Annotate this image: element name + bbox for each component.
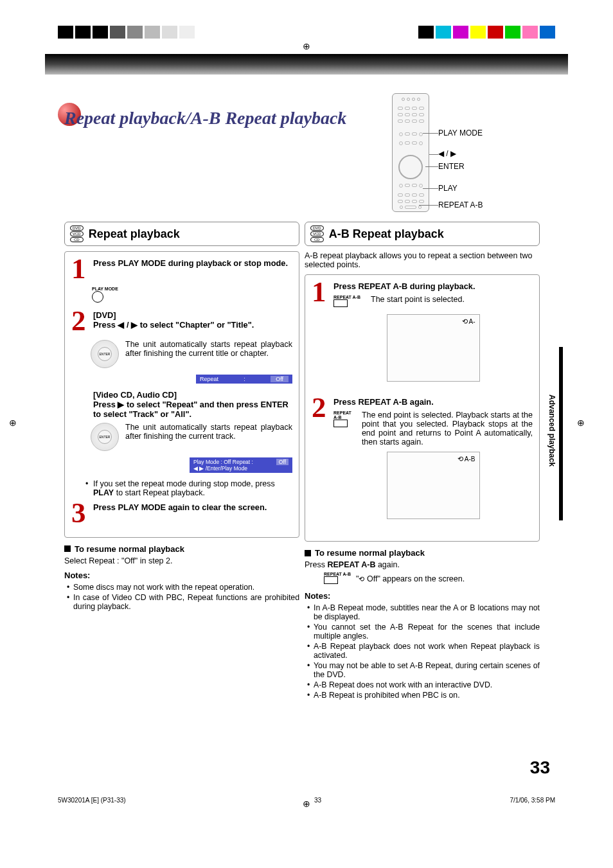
step-number-2: 2 <box>312 397 330 419</box>
screen-preview-a: ⟲A- <box>387 314 480 382</box>
ab-resume-heading: To resume normal playback <box>315 548 425 558</box>
registration-mark-icon: ⊕ <box>303 799 310 809</box>
step2-cd-desc: The unit automatically starts repeat pla… <box>125 423 292 441</box>
remote-label-playmode: PLAY MODE <box>438 129 483 137</box>
screen-preview-ab: ⟲A-B <box>387 452 480 519</box>
ab-intro: A-B repeat playback allows you to repeat… <box>305 251 540 269</box>
step2-dvd-instruction: Press ◀ / ▶ to select "Chapter" or "Titl… <box>93 320 292 330</box>
media-badge: DVDVCDCD <box>70 226 84 242</box>
notes-title: Notes: <box>305 591 540 601</box>
ab-repeat-section: DVDVCDCD A-B Repeat playback A-B repeat … <box>305 222 540 701</box>
stop-mode-note: If you set the repeat mode during stop m… <box>85 479 292 497</box>
repeat-playback-section: DVDVCDCD Repeat playback 1 Press PLAY MO… <box>64 222 299 701</box>
header-gradient <box>45 54 568 75</box>
repeat-ab-button-icon <box>324 576 338 584</box>
ab-notes-list: In A-B Repeat mode, subtitles near the A… <box>305 603 540 700</box>
step3-title: Press PLAY MODE again to clear the scree… <box>93 502 292 512</box>
footer-date: 7/1/06, 3:58 PM <box>510 797 555 804</box>
square-bullet-icon <box>64 545 71 552</box>
page-number: 33 <box>530 757 550 778</box>
playmode-button-icon <box>92 291 103 303</box>
playmode-icon-label: PLAY MODE <box>92 287 292 291</box>
remote-label-arrows: ◀ / ▶ <box>438 150 456 157</box>
notes-list: Some discs may not work with the repeat … <box>64 583 299 611</box>
remote-label-repeatab: REPEAT A-B <box>438 201 483 209</box>
crop-mark-icon: ⊕ <box>9 418 17 428</box>
remote-label-play: PLAY <box>438 184 458 192</box>
loop-icon: ⟲ <box>458 455 463 463</box>
repeat-ab-icon-label: REPEAT A-B <box>324 572 351 576</box>
footer-page: 33 <box>314 797 321 804</box>
cd-label: [Video CD, Audio CD] <box>93 390 177 400</box>
step2-dvd-desc: The unit automatically starts repeat pla… <box>125 340 292 358</box>
side-tab: Advanced playback <box>545 385 556 475</box>
dpad-icon <box>91 340 119 368</box>
section-title: A-B Repeat playback <box>329 227 444 241</box>
off-message: "⟲ Off" appears on the screen. <box>356 574 465 583</box>
resume-body: Select Repeat : "Off" in step 2. <box>64 556 299 565</box>
section-title: Repeat playback <box>89 227 180 241</box>
footer-doc-id: 5W30201A [E] (P31-33) <box>58 797 126 804</box>
dvd-label: [DVD] <box>93 310 116 320</box>
step-number-1: 1 <box>71 258 89 280</box>
resume-heading: To resume normal playback <box>75 544 184 554</box>
notes-title: Notes: <box>64 571 299 580</box>
step2-cd-instruction: Press ▶ to select "Repeat" and then pres… <box>93 400 292 419</box>
repeat-ab-icon-label: REPEAT A-B <box>333 411 351 420</box>
registration-mark-icon: ⊕ <box>303 41 310 51</box>
repeat-ab-button-icon <box>333 420 348 427</box>
step-number-2: 2 <box>71 310 89 332</box>
repeat-ab-button-icon <box>333 299 348 307</box>
ab-step1-title: Press REPEAT A-B during playback. <box>333 281 533 291</box>
side-tab-bar <box>559 347 563 520</box>
ab-step2-title: Press REPEAT A-B again. <box>333 397 533 407</box>
remote-illustration: PLAY MODE ◀ / ▶ ENTER PLAY REPEAT A-B <box>392 93 533 215</box>
step-number-1: 1 <box>312 281 330 303</box>
osd-repeat-off: Repeat : Off <box>196 375 292 384</box>
step1-title: Press PLAY MODE during playback or stop … <box>93 258 292 268</box>
square-bullet-icon <box>305 550 311 556</box>
media-badge: DVDVCDCD <box>310 226 324 242</box>
loop-icon: ⟲ <box>359 575 364 583</box>
osd-playmode-repeat: Play Mode : Off Repeat :Off ◀ ▶ /Enter/P… <box>190 457 292 473</box>
ab-resume-body: Press REPEAT A-B again. <box>305 560 540 569</box>
ab-step1-desc: The start point is selected. <box>371 295 465 304</box>
loop-icon: ⟲ <box>462 317 468 326</box>
repeat-ab-icon-label: REPEAT A-B <box>333 295 360 299</box>
remote-label-enter: ENTER <box>438 163 465 170</box>
step-number-3: 3 <box>71 502 89 524</box>
crop-mark-icon: ⊕ <box>577 418 585 428</box>
ab-step2-desc: The end point is selected. Playback star… <box>362 411 533 447</box>
page-title: Repeat playback/A-B Repeat playback <box>64 108 346 128</box>
dpad-icon <box>91 423 119 451</box>
